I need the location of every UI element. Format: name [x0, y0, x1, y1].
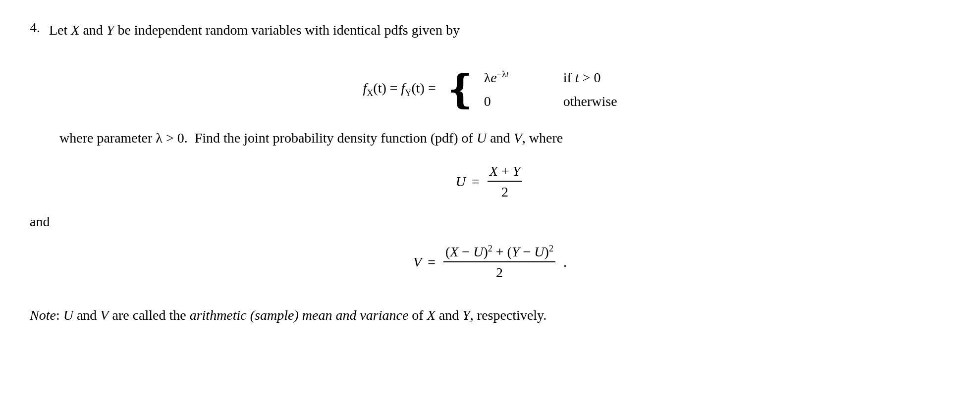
note-Y: Y: [462, 307, 470, 323]
problem-intro-text: Let X and Y be independent random variab…: [49, 20, 460, 41]
fx-label: fX(t) = fY(t) =: [363, 80, 436, 99]
Y-subscript: Y: [405, 88, 411, 98]
u-numerator: X + Y: [488, 163, 522, 182]
u-denominator: 2: [499, 183, 510, 200]
V-lhs: V: [413, 254, 422, 270]
left-brace: ❴: [444, 70, 477, 109]
case2-expr: 0: [484, 94, 544, 109]
v-denominator: 2: [494, 263, 505, 281]
v-equation: V = (X − U)2 + (Y − U)2 2 .: [413, 244, 567, 281]
note-label: Note: [30, 307, 56, 323]
case-2: 0 otherwise: [484, 94, 617, 109]
case-1: λe−λt if t > 0: [484, 69, 617, 86]
v-numerator: (X − U)2 + (Y − U)2: [443, 244, 555, 262]
problem-number: 4.: [30, 20, 40, 36]
u-fraction: X + Y 2: [488, 163, 522, 200]
and-connector-text: and: [30, 214, 950, 230]
case2-cond: otherwise: [563, 94, 617, 109]
where-parameter-text: where parameter λ > 0. Find the joint pr…: [30, 127, 950, 149]
v-equation-display: V = (X − U)2 + (Y − U)2 2 .: [30, 244, 950, 281]
U-lhs: U: [456, 174, 466, 190]
X-var: X: [71, 22, 79, 38]
case1-exp: −λt: [497, 69, 509, 79]
u-equation-display: U = X + Y 2: [30, 163, 950, 200]
v-equals: =: [428, 254, 436, 270]
case1-cond: if t > 0: [563, 70, 601, 86]
note-X: X: [427, 307, 436, 323]
v-fraction: (X − U)2 + (Y − U)2 2: [443, 244, 555, 281]
page-content: 4. Let X and Y be independent random var…: [30, 20, 950, 327]
problem-item: 4. Let X and Y be independent random var…: [30, 20, 950, 327]
note-text: Note: U and V are called the arithmetic …: [30, 304, 950, 327]
piecewise-function: ❴ λe−λt if t > 0 0 otherwise: [444, 69, 617, 109]
note-italic-phrase: arithmetic (sample) mean and variance: [190, 307, 409, 323]
problem-header: 4. Let X and Y be independent random var…: [30, 20, 950, 41]
and1-text: and: [83, 22, 106, 38]
be-independent-text: be independent random variables with ide…: [117, 22, 459, 38]
note-V: V: [100, 307, 109, 323]
pdf-equation-display: fX(t) = fY(t) = ❴ λe−λt if t > 0: [30, 69, 950, 109]
equation-row: fX(t) = fY(t) = ❴ λe−λt if t > 0: [363, 69, 617, 109]
X-subscript: X: [367, 88, 373, 98]
u-equation: U = X + Y 2: [456, 163, 525, 200]
piecewise-cases: λe−λt if t > 0 0 otherwise: [484, 69, 617, 109]
v-period: .: [563, 254, 567, 270]
case1-expr: λe−λt: [484, 69, 544, 86]
Y-var: Y: [107, 22, 114, 38]
u-equals: =: [472, 174, 480, 190]
note-U: U: [63, 307, 73, 323]
